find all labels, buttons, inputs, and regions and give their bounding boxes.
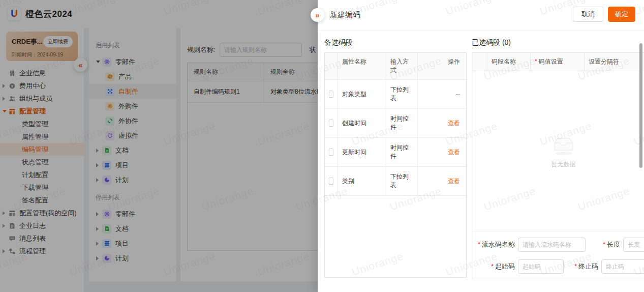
serial-code-form: *流水码名称 *长度 *起始码 *终止码 [472, 231, 644, 280]
row-checkbox[interactable] [329, 149, 333, 156]
view-link[interactable]: 查看 [448, 177, 460, 186]
row-checkbox[interactable] [329, 120, 333, 127]
drawer-title: 新建编码 [330, 10, 360, 20]
drawer-close-button[interactable]: » [311, 8, 324, 22]
length-input[interactable] [623, 238, 644, 252]
row-checkbox[interactable] [329, 91, 333, 98]
table-row: 创建时间 时间控件 查看 [325, 109, 466, 138]
table-row: 对象类型 下拉列表 -- [325, 80, 466, 109]
serial-name-label: 流水码名称 [482, 241, 515, 248]
candidate-segments-title: 备选码段 [324, 38, 467, 47]
selected-segments-section: 已选码段 (0) 码段名称 *码值设置 设置分隔符 [472, 38, 644, 280]
confirm-button[interactable]: 确定 [608, 7, 635, 22]
candidate-segments-section: 备选码段 属性名称 输入方式 操作 对象类型 下拉列表 -- [324, 38, 467, 280]
start-code-input[interactable] [518, 259, 564, 274]
selected-segments-title: 已选码段 (0) [472, 38, 644, 47]
view-link[interactable]: 查看 [448, 119, 460, 128]
required-mark: * [535, 58, 537, 65]
table-row: 类别 下拉列表 查看 [325, 167, 466, 196]
drawer-scrollbar-thumb[interactable] [639, 43, 642, 168]
no-action-placeholder: -- [456, 91, 460, 98]
new-code-drawer: » 新建编码 取消 确定 备选码段 属性名称 输入方式 操作 [318, 0, 644, 292]
required-mark: * [603, 241, 605, 248]
end-code-input[interactable] [601, 259, 644, 274]
required-mark: * [478, 241, 480, 248]
cancel-button[interactable]: 取消 [573, 7, 603, 22]
serial-name-input[interactable] [518, 238, 586, 252]
required-mark: * [491, 262, 494, 270]
selected-segments-table: 码段名称 *码值设置 设置分隔符 暂无数据 [472, 52, 644, 280]
drawer-header: » 新建编码 取消 确定 [318, 0, 644, 31]
length-label: 长度 [607, 241, 620, 248]
end-code-label: 终止码 [578, 262, 598, 270]
table-row: 更新时间 时间控件 查看 [325, 138, 466, 167]
empty-state: 暂无数据 [472, 71, 644, 231]
empty-text: 暂无数据 [551, 160, 576, 169]
app-root: 橙色云2024 CRDE事... 立即续费 到期时间：2024-09-19 企业… [0, 0, 644, 292]
required-mark: * [574, 262, 577, 270]
candidate-segments-table: 属性名称 输入方式 操作 对象类型 下拉列表 -- 创建时间 时间控件 [324, 52, 467, 278]
drawer-mask[interactable] [0, 0, 318, 292]
candidate-table-header: 属性名称 输入方式 操作 [325, 53, 466, 80]
view-link[interactable]: 查看 [448, 148, 460, 157]
selected-table-header: 码段名称 *码值设置 设置分隔符 [472, 53, 644, 71]
empty-box-icon [549, 134, 578, 156]
row-checkbox[interactable] [329, 178, 333, 185]
start-code-label: 起始码 [495, 262, 515, 270]
